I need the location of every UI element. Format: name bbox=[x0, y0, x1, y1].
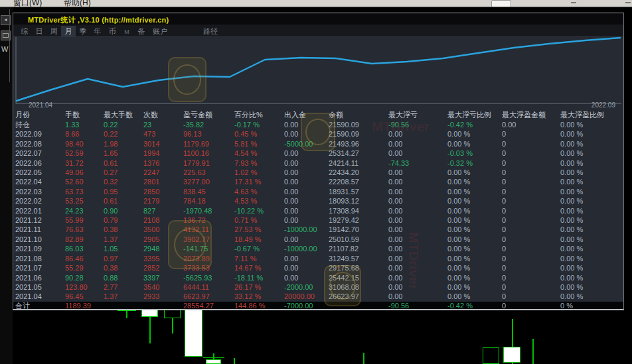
value-cell: 0.00 % bbox=[445, 139, 500, 149]
panel-titlebar[interactable]: MTDriver统计 ,V3.10 (http://mtdriver.cn) bbox=[13, 13, 623, 25]
table-row[interactable]: 2021.1255.990.792108136.720.71 %0.001927… bbox=[13, 215, 623, 225]
table-row[interactable]: 2022.098.660.2247396.130.45 %0.0021590.0… bbox=[13, 129, 623, 139]
table-row[interactable]: 持仓1.330.2223-35.82-0.17 %0.0021590.09-90… bbox=[13, 120, 623, 129]
value-cell: 3277.00 bbox=[181, 177, 232, 186]
menu-window[interactable]: 窗口(W) bbox=[13, 0, 42, 7]
value-cell: 19279.42 bbox=[327, 215, 386, 225]
value-cell: 0.00 % bbox=[558, 139, 623, 149]
value-cell: -2000.00 bbox=[282, 282, 327, 292]
value-cell: 0.22 bbox=[102, 120, 141, 129]
value-cell: 0.00 bbox=[282, 235, 327, 244]
value-cell: 0 bbox=[500, 263, 558, 273]
value-cell: 1179.69 bbox=[181, 139, 232, 149]
value-cell: 0.00 bbox=[386, 235, 445, 244]
value-cell: -10000.00 bbox=[282, 225, 327, 234]
candlestick bbox=[172, 318, 173, 334]
column-header[interactable]: 月份 bbox=[13, 110, 63, 120]
table-row[interactable]: 2022.0363.730.952850838.454.63 %0.001893… bbox=[13, 187, 623, 196]
table-row[interactable]: 2021.05123.802.7735406444.1126.17 %-2000… bbox=[13, 282, 623, 292]
table-row[interactable]: 2022.0452.600.3228013277.0017.31 %0.0022… bbox=[13, 177, 623, 186]
value-cell: 0 bbox=[500, 244, 558, 253]
menubar-button[interactable] bbox=[491, 0, 511, 7]
value-cell: 784.18 bbox=[181, 196, 232, 206]
column-header[interactable]: 余额 bbox=[327, 110, 386, 120]
menu-help[interactable]: 帮助(H) bbox=[64, 0, 91, 7]
value-cell: 0.00 % bbox=[445, 273, 500, 282]
table-row[interactable]: 2021.1082.891.3729053902.7718.49 %0.0025… bbox=[13, 235, 623, 244]
value-cell: 0.00 % bbox=[558, 282, 623, 292]
value-cell: 0.00 bbox=[282, 158, 327, 168]
x-axis-label-start: 2021.04 bbox=[29, 101, 52, 109]
panel-toolbar: 综日周月季年币M备账户路径 bbox=[13, 25, 623, 36]
value-cell: 0.00 bbox=[282, 273, 327, 282]
value-cell: 82.89 bbox=[63, 235, 102, 244]
value-cell: 55.29 bbox=[63, 263, 102, 273]
value-cell: 8.66 bbox=[63, 129, 102, 139]
value-cell: 0.00 bbox=[386, 254, 445, 263]
value-cell: 53.25 bbox=[63, 196, 102, 206]
value-cell: -0.67 % bbox=[232, 244, 282, 253]
month-cell: 2021.04 bbox=[13, 292, 63, 301]
value-cell: 86.03 bbox=[63, 244, 102, 253]
candlestick bbox=[206, 359, 221, 364]
column-header[interactable]: 手数 bbox=[63, 110, 102, 120]
table-row[interactable]: 2022.0631.720.6113761779.917.93 %0.00242… bbox=[13, 158, 623, 168]
table-header: 月份手数最大手数次数盈亏金额百分比%出入金余额最大浮亏最大浮亏比例最大浮盈金额最… bbox=[13, 110, 623, 120]
value-cell: 0.00 % bbox=[445, 282, 500, 292]
value-cell: 33.12 % bbox=[232, 292, 282, 301]
minimize-icon[interactable] bbox=[571, 2, 576, 3]
value-cell: 0.00 % bbox=[558, 187, 623, 196]
month-cell: 2021.12 bbox=[13, 215, 63, 225]
value-cell: 49.06 bbox=[63, 168, 102, 177]
table-row[interactable]: 2021.1176.630.3835004132.1127.53 %-10000… bbox=[13, 225, 623, 234]
value-cell: 2179 bbox=[141, 196, 181, 206]
value-cell: 0.88 bbox=[102, 273, 141, 282]
month-cell: 2022.01 bbox=[13, 206, 63, 215]
table-row[interactable]: 2022.0124.230.90827-1970.48-10.22 %0.001… bbox=[13, 206, 623, 215]
column-header[interactable]: 最大浮亏比例 bbox=[445, 110, 500, 120]
x-axis-label-end: 2022.09 bbox=[592, 101, 615, 109]
value-cell: -10.22 % bbox=[232, 206, 282, 215]
left-toolbar: ◂ W bbox=[0, 7, 13, 364]
column-header[interactable]: 最大浮盈金额 bbox=[500, 110, 558, 120]
table-row[interactable]: 2022.0898.401.9830141179.695.81 %-5000.0… bbox=[13, 139, 623, 149]
column-header[interactable]: 出入金 bbox=[282, 110, 327, 120]
table-row[interactable]: 2022.0549.060.272247225.631.02 %0.002243… bbox=[13, 168, 623, 177]
column-header[interactable]: 最大浮亏 bbox=[386, 110, 445, 120]
table-row[interactable]: 2021.0986.031.052948-141.75-0.67 %-10000… bbox=[13, 244, 623, 253]
table-row[interactable]: 2022.0752.591.6519941100.164.54 %0.00253… bbox=[13, 149, 623, 158]
value-cell: -35.82 bbox=[181, 120, 232, 129]
value-cell: 0.00 % bbox=[445, 129, 500, 139]
value-cell: -5000.00 bbox=[282, 139, 327, 149]
value-cell: 136.72 bbox=[181, 215, 232, 225]
value-cell: -0.32 % bbox=[445, 158, 500, 168]
value-cell: 2933 bbox=[141, 292, 181, 301]
value-cell: 4.54 % bbox=[232, 149, 282, 158]
value-cell: -18.11 % bbox=[232, 273, 282, 282]
value-cell: 0.00 bbox=[386, 187, 445, 196]
column-header[interactable]: 百分比% bbox=[232, 110, 282, 120]
column-header[interactable]: 次数 bbox=[141, 110, 181, 120]
table-row[interactable]: 2021.0886.460.9733952073.897.11 %0.00312… bbox=[13, 254, 623, 263]
month-cell: 2021.09 bbox=[13, 244, 63, 253]
equity-chart-svg bbox=[13, 36, 623, 105]
value-cell: 21590.09 bbox=[327, 129, 386, 139]
value-cell: 0 bbox=[500, 302, 558, 310]
table-row[interactable]: 2021.0496.451.3729336623.9733.12 %20000.… bbox=[13, 292, 623, 301]
value-cell: 17.31 % bbox=[232, 177, 282, 186]
table-row[interactable]: 2021.0755.290.3828523733.5314.67 %0.0029… bbox=[13, 263, 623, 273]
value-cell: 0.97 bbox=[102, 254, 141, 263]
value-cell: 31068.08 bbox=[327, 282, 386, 292]
panel-title: MTDriver统计 ,V3.10 (http://mtdriver.cn) bbox=[28, 16, 169, 24]
column-header[interactable]: 盈亏金额 bbox=[181, 110, 232, 120]
value-cell: 18.49 % bbox=[232, 235, 282, 244]
column-header[interactable]: 最大手数 bbox=[102, 110, 141, 120]
value-cell: -0.42 % bbox=[445, 120, 500, 129]
table-row[interactable]: 2022.0253.250.612179784.184.53 %0.001809… bbox=[13, 196, 623, 206]
total-row[interactable]: 合计1189.3928554.27144.86 %-7000.00-90.56-… bbox=[13, 302, 623, 310]
equity-chart[interactable]: 2021.04 2022.09 bbox=[13, 36, 623, 110]
column-header[interactable]: 最大浮盈比例 bbox=[558, 110, 623, 120]
value-cell: 3500 bbox=[141, 225, 181, 234]
table-row[interactable]: 2021.0690.280.883397-5625.93-18.11 %0.00… bbox=[13, 273, 623, 282]
value-cell: 2948 bbox=[141, 244, 181, 253]
